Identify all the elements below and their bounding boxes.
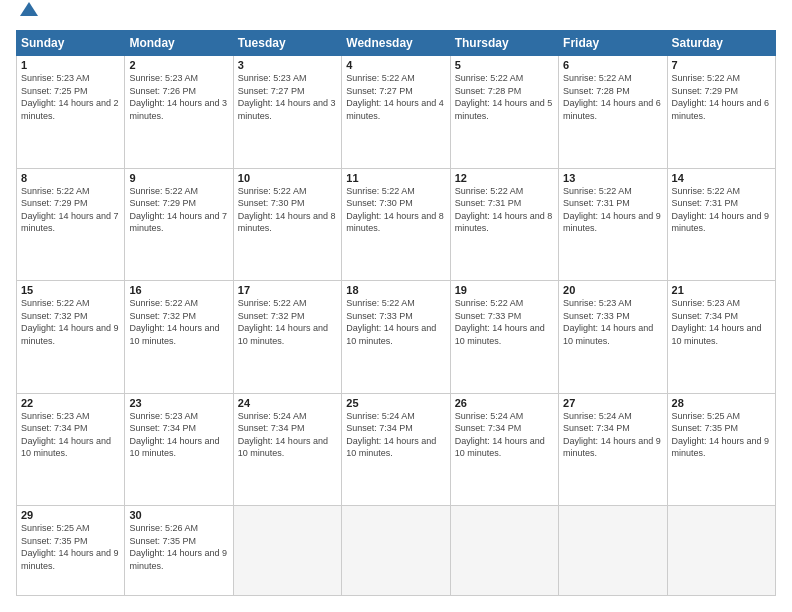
day-number: 3: [238, 59, 337, 71]
calendar-cell: 24 Sunrise: 5:24 AM Sunset: 7:34 PM Dayl…: [233, 393, 341, 506]
day-number: 1: [21, 59, 120, 71]
calendar-cell: 21 Sunrise: 5:23 AM Sunset: 7:34 PM Dayl…: [667, 281, 775, 394]
calendar-cell: 12 Sunrise: 5:22 AM Sunset: 7:31 PM Dayl…: [450, 168, 558, 281]
calendar-cell: 11 Sunrise: 5:22 AM Sunset: 7:30 PM Dayl…: [342, 168, 450, 281]
logo: [16, 16, 40, 20]
page: SundayMondayTuesdayWednesdayThursdayFrid…: [0, 0, 792, 612]
day-number: 30: [129, 509, 228, 521]
week-row-3: 15 Sunrise: 5:22 AM Sunset: 7:32 PM Dayl…: [17, 281, 776, 394]
day-number: 14: [672, 172, 771, 184]
day-info: Sunrise: 5:22 AM Sunset: 7:30 PM Dayligh…: [238, 185, 337, 235]
weekday-header-tuesday: Tuesday: [233, 31, 341, 56]
day-number: 12: [455, 172, 554, 184]
week-row-5: 29 Sunrise: 5:25 AM Sunset: 7:35 PM Dayl…: [17, 506, 776, 596]
svg-marker-0: [20, 2, 38, 16]
logo-icon: [18, 0, 40, 20]
calendar-cell: 1 Sunrise: 5:23 AM Sunset: 7:25 PM Dayli…: [17, 56, 125, 169]
day-number: 23: [129, 397, 228, 409]
day-number: 24: [238, 397, 337, 409]
day-number: 17: [238, 284, 337, 296]
calendar-cell: 26 Sunrise: 5:24 AM Sunset: 7:34 PM Dayl…: [450, 393, 558, 506]
calendar-cell: 7 Sunrise: 5:22 AM Sunset: 7:29 PM Dayli…: [667, 56, 775, 169]
day-info: Sunrise: 5:23 AM Sunset: 7:34 PM Dayligh…: [672, 297, 771, 347]
day-number: 16: [129, 284, 228, 296]
day-info: Sunrise: 5:26 AM Sunset: 7:35 PM Dayligh…: [129, 522, 228, 572]
day-number: 13: [563, 172, 662, 184]
calendar-cell: 8 Sunrise: 5:22 AM Sunset: 7:29 PM Dayli…: [17, 168, 125, 281]
calendar-header-row: SundayMondayTuesdayWednesdayThursdayFrid…: [17, 31, 776, 56]
day-info: Sunrise: 5:22 AM Sunset: 7:31 PM Dayligh…: [672, 185, 771, 235]
calendar-cell: 20 Sunrise: 5:23 AM Sunset: 7:33 PM Dayl…: [559, 281, 667, 394]
calendar-cell: 5 Sunrise: 5:22 AM Sunset: 7:28 PM Dayli…: [450, 56, 558, 169]
calendar-cell: 15 Sunrise: 5:22 AM Sunset: 7:32 PM Dayl…: [17, 281, 125, 394]
calendar-cell: [342, 506, 450, 596]
day-info: Sunrise: 5:25 AM Sunset: 7:35 PM Dayligh…: [21, 522, 120, 572]
day-number: 6: [563, 59, 662, 71]
weekday-header-wednesday: Wednesday: [342, 31, 450, 56]
day-number: 29: [21, 509, 120, 521]
day-info: Sunrise: 5:23 AM Sunset: 7:34 PM Dayligh…: [21, 410, 120, 460]
calendar-cell: 6 Sunrise: 5:22 AM Sunset: 7:28 PM Dayli…: [559, 56, 667, 169]
day-info: Sunrise: 5:23 AM Sunset: 7:34 PM Dayligh…: [129, 410, 228, 460]
day-info: Sunrise: 5:22 AM Sunset: 7:29 PM Dayligh…: [21, 185, 120, 235]
calendar-cell: 4 Sunrise: 5:22 AM Sunset: 7:27 PM Dayli…: [342, 56, 450, 169]
day-number: 4: [346, 59, 445, 71]
calendar-cell: 9 Sunrise: 5:22 AM Sunset: 7:29 PM Dayli…: [125, 168, 233, 281]
day-number: 5: [455, 59, 554, 71]
day-info: Sunrise: 5:22 AM Sunset: 7:31 PM Dayligh…: [563, 185, 662, 235]
day-info: Sunrise: 5:23 AM Sunset: 7:27 PM Dayligh…: [238, 72, 337, 122]
day-info: Sunrise: 5:24 AM Sunset: 7:34 PM Dayligh…: [563, 410, 662, 460]
day-info: Sunrise: 5:22 AM Sunset: 7:30 PM Dayligh…: [346, 185, 445, 235]
calendar-cell: 16 Sunrise: 5:22 AM Sunset: 7:32 PM Dayl…: [125, 281, 233, 394]
calendar-cell: 22 Sunrise: 5:23 AM Sunset: 7:34 PM Dayl…: [17, 393, 125, 506]
day-number: 10: [238, 172, 337, 184]
calendar-cell: 13 Sunrise: 5:22 AM Sunset: 7:31 PM Dayl…: [559, 168, 667, 281]
weekday-header-friday: Friday: [559, 31, 667, 56]
calendar-table: SundayMondayTuesdayWednesdayThursdayFrid…: [16, 30, 776, 596]
day-info: Sunrise: 5:22 AM Sunset: 7:32 PM Dayligh…: [129, 297, 228, 347]
day-info: Sunrise: 5:24 AM Sunset: 7:34 PM Dayligh…: [346, 410, 445, 460]
calendar-cell: [667, 506, 775, 596]
calendar-cell: [559, 506, 667, 596]
calendar-cell: 3 Sunrise: 5:23 AM Sunset: 7:27 PM Dayli…: [233, 56, 341, 169]
weekday-header-monday: Monday: [125, 31, 233, 56]
calendar-cell: 19 Sunrise: 5:22 AM Sunset: 7:33 PM Dayl…: [450, 281, 558, 394]
calendar-cell: 30 Sunrise: 5:26 AM Sunset: 7:35 PM Dayl…: [125, 506, 233, 596]
header: [16, 16, 776, 20]
day-info: Sunrise: 5:22 AM Sunset: 7:33 PM Dayligh…: [346, 297, 445, 347]
calendar-cell: [450, 506, 558, 596]
calendar-cell: 28 Sunrise: 5:25 AM Sunset: 7:35 PM Dayl…: [667, 393, 775, 506]
week-row-1: 1 Sunrise: 5:23 AM Sunset: 7:25 PM Dayli…: [17, 56, 776, 169]
day-info: Sunrise: 5:22 AM Sunset: 7:27 PM Dayligh…: [346, 72, 445, 122]
day-info: Sunrise: 5:22 AM Sunset: 7:32 PM Dayligh…: [238, 297, 337, 347]
calendar-cell: 2 Sunrise: 5:23 AM Sunset: 7:26 PM Dayli…: [125, 56, 233, 169]
day-info: Sunrise: 5:22 AM Sunset: 7:32 PM Dayligh…: [21, 297, 120, 347]
day-info: Sunrise: 5:24 AM Sunset: 7:34 PM Dayligh…: [455, 410, 554, 460]
day-info: Sunrise: 5:22 AM Sunset: 7:28 PM Dayligh…: [563, 72, 662, 122]
day-number: 8: [21, 172, 120, 184]
calendar-cell: 27 Sunrise: 5:24 AM Sunset: 7:34 PM Dayl…: [559, 393, 667, 506]
day-info: Sunrise: 5:22 AM Sunset: 7:29 PM Dayligh…: [672, 72, 771, 122]
day-number: 20: [563, 284, 662, 296]
day-info: Sunrise: 5:23 AM Sunset: 7:26 PM Dayligh…: [129, 72, 228, 122]
day-info: Sunrise: 5:23 AM Sunset: 7:25 PM Dayligh…: [21, 72, 120, 122]
calendar-cell: 17 Sunrise: 5:22 AM Sunset: 7:32 PM Dayl…: [233, 281, 341, 394]
day-info: Sunrise: 5:22 AM Sunset: 7:29 PM Dayligh…: [129, 185, 228, 235]
day-number: 28: [672, 397, 771, 409]
calendar-cell: 29 Sunrise: 5:25 AM Sunset: 7:35 PM Dayl…: [17, 506, 125, 596]
day-number: 19: [455, 284, 554, 296]
day-info: Sunrise: 5:22 AM Sunset: 7:31 PM Dayligh…: [455, 185, 554, 235]
day-number: 15: [21, 284, 120, 296]
day-number: 21: [672, 284, 771, 296]
day-info: Sunrise: 5:23 AM Sunset: 7:33 PM Dayligh…: [563, 297, 662, 347]
calendar-cell: 25 Sunrise: 5:24 AM Sunset: 7:34 PM Dayl…: [342, 393, 450, 506]
calendar-cell: [233, 506, 341, 596]
day-info: Sunrise: 5:22 AM Sunset: 7:28 PM Dayligh…: [455, 72, 554, 122]
weekday-header-thursday: Thursday: [450, 31, 558, 56]
day-number: 27: [563, 397, 662, 409]
calendar-cell: 10 Sunrise: 5:22 AM Sunset: 7:30 PM Dayl…: [233, 168, 341, 281]
day-number: 22: [21, 397, 120, 409]
calendar-cell: 18 Sunrise: 5:22 AM Sunset: 7:33 PM Dayl…: [342, 281, 450, 394]
weekday-header-sunday: Sunday: [17, 31, 125, 56]
day-number: 25: [346, 397, 445, 409]
